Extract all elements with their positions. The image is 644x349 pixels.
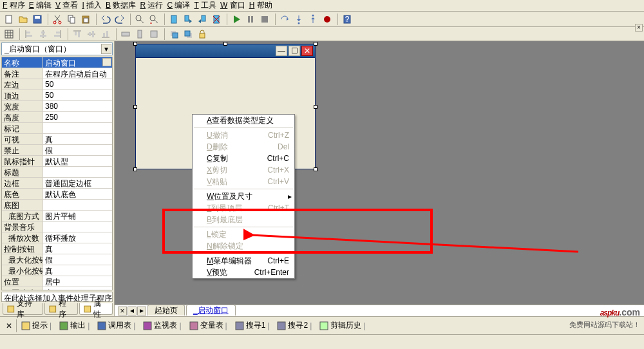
new-icon[interactable] (3, 13, 15, 26)
resize-handle[interactable] (314, 105, 317, 109)
panel-tab-程序[interactable]: 程序 (44, 303, 78, 315)
property-row[interactable]: 底色默认底色 (2, 189, 112, 200)
property-value[interactable]: 循环播放 (43, 232, 112, 243)
findnext-icon[interactable] (147, 13, 160, 26)
property-row[interactable]: 标题 (2, 167, 112, 178)
property-value[interactable]: 假 (43, 254, 112, 265)
find-icon[interactable] (133, 13, 146, 26)
tab-scroll-left-icon[interactable]: ◂ (128, 307, 137, 316)
paste-icon[interactable] (79, 13, 92, 26)
maximize-icon[interactable]: ☐ (289, 46, 300, 56)
menu-窗口[interactable]: W 窗口 (220, 0, 245, 11)
ctx-复制[interactable]: C 复制Ctrl+C (193, 153, 294, 164)
property-row[interactable]: 位置居中 (2, 276, 112, 287)
property-row[interactable]: 播放次数循环播放 (2, 232, 112, 243)
help-icon[interactable]: ? (341, 13, 354, 26)
file-tab[interactable]: _启动窗口 (186, 305, 236, 316)
lock-icon[interactable] (196, 28, 209, 41)
cut-icon[interactable] (51, 13, 64, 26)
output-tab-调用表[interactable]: 调用表 | (94, 319, 138, 332)
resize-handle[interactable] (133, 167, 137, 171)
property-value[interactable]: 真 (43, 243, 112, 254)
menu-插入[interactable]: I 插入 (82, 0, 102, 11)
property-value[interactable]: 假 (43, 145, 112, 155)
property-row[interactable]: 可否移动真 (2, 287, 112, 290)
property-row[interactable]: 高度250 (2, 112, 112, 123)
property-row[interactable]: 背景音乐 (2, 222, 112, 232)
output-tab-剪辑历史[interactable]: 剪辑历史 | (316, 319, 368, 332)
property-value[interactable]: 在程序启动后自动 (43, 68, 112, 79)
bookmark-toggle-icon[interactable] (167, 13, 180, 26)
property-value[interactable]: 居中 (43, 276, 112, 287)
form-titlebar[interactable]: — ☐ ✕ (135, 44, 316, 58)
dropdown-arrow-icon[interactable]: ▾ (101, 44, 111, 54)
resize-handle[interactable] (314, 42, 317, 46)
property-value[interactable]: 50 (43, 90, 112, 100)
design-canvas[interactable]: — ☐ ✕ A 查看数据类型定义U 撤消Ctrl+ZD 删除DelC 复制Ctr… (115, 41, 644, 316)
back-icon[interactable] (182, 28, 194, 41)
property-value[interactable]: 图片平铺 (43, 211, 112, 221)
dropdown-arrow-icon[interactable] (102, 58, 111, 66)
property-row[interactable]: 最小化按钮真 (2, 265, 112, 276)
align-right-icon[interactable] (51, 28, 64, 41)
run-icon[interactable] (230, 13, 243, 26)
property-value[interactable]: 启动窗口 (43, 57, 112, 68)
align-bottom-icon[interactable] (99, 28, 112, 41)
property-value[interactable]: 默认底色 (43, 189, 112, 199)
bookmark-next-icon[interactable] (182, 13, 194, 26)
minimize-icon[interactable]: — (276, 46, 287, 56)
breakpoint-icon[interactable] (321, 13, 334, 26)
property-value[interactable]: 50 (43, 79, 112, 90)
save-icon[interactable] (31, 13, 44, 26)
undo-icon[interactable] (99, 13, 112, 26)
menu-程序[interactable]: F 程序 (3, 0, 25, 11)
align-top-icon[interactable] (71, 28, 84, 41)
property-grid[interactable]: 名称启动窗口备注在程序启动后自动左边50顶边50宽度380高度250标记可视真禁… (1, 57, 113, 290)
redo-icon[interactable] (113, 13, 126, 26)
close-icon[interactable]: ✕ (301, 46, 313, 56)
menu-编辑[interactable]: E 编辑 (29, 0, 52, 11)
step-out-icon[interactable] (307, 13, 319, 26)
property-row[interactable]: 控制按钮真 (2, 243, 112, 254)
property-row[interactable]: 底图方式图片平铺 (2, 211, 112, 222)
output-tab-监视表[interactable]: 监视表 | (140, 319, 184, 332)
property-row[interactable]: 标记 (2, 123, 112, 134)
property-row[interactable]: 左边50 (2, 79, 112, 90)
panel-close-icon[interactable]: × (635, 24, 643, 32)
align-center-h-icon[interactable] (37, 28, 50, 41)
menu-数据库[interactable]: B 数据库 (106, 0, 136, 11)
property-value[interactable]: 380 (43, 101, 112, 111)
grid-icon[interactable] (3, 28, 15, 41)
property-row[interactable]: 顶边50 (2, 90, 112, 101)
step-over-icon[interactable] (278, 13, 291, 26)
property-row[interactable]: 禁止假 (2, 145, 112, 156)
property-value[interactable] (43, 123, 112, 133)
output-tab-提示[interactable]: 提示 | (18, 319, 55, 332)
tab-scroll-right-icon[interactable]: ▸ (137, 307, 146, 316)
property-row[interactable]: 可视真 (2, 134, 112, 145)
bookmark-prev-icon[interactable] (196, 13, 209, 26)
property-value[interactable]: 真 (43, 134, 112, 144)
property-row[interactable]: 边框普通固定边框 (2, 178, 112, 189)
property-row[interactable]: 底图 (2, 200, 112, 211)
bookmark-clear-icon[interactable] (210, 13, 223, 26)
menu-工具[interactable]: T 工具 (194, 0, 216, 11)
property-row[interactable]: 宽度380 (2, 101, 112, 112)
copy-icon[interactable] (65, 13, 78, 26)
front-icon[interactable] (167, 28, 180, 41)
menu-运行[interactable]: R 运行 (140, 0, 163, 11)
output-tab-变量表[interactable]: 变量表 | (186, 319, 231, 332)
file-tab[interactable]: 起始页 (147, 305, 185, 316)
resize-handle[interactable] (223, 42, 227, 46)
output-tab-搜寻2[interactable]: 搜寻2 | (274, 319, 315, 332)
property-row[interactable]: 最大化按钮假 (2, 254, 112, 265)
output-tab-搜寻1[interactable]: 搜寻1 | (232, 319, 273, 332)
property-row[interactable]: 名称启动窗口 (2, 57, 112, 68)
property-value[interactable]: 默认型 (43, 156, 112, 166)
output-tab-输出[interactable]: 输出 | (56, 319, 93, 332)
align-left-icon[interactable] (23, 28, 35, 41)
property-value[interactable]: 真 (43, 265, 112, 276)
pause-icon[interactable] (244, 13, 257, 26)
same-width-icon[interactable] (119, 28, 132, 41)
property-row[interactable]: 鼠标指针默认型 (2, 156, 112, 167)
